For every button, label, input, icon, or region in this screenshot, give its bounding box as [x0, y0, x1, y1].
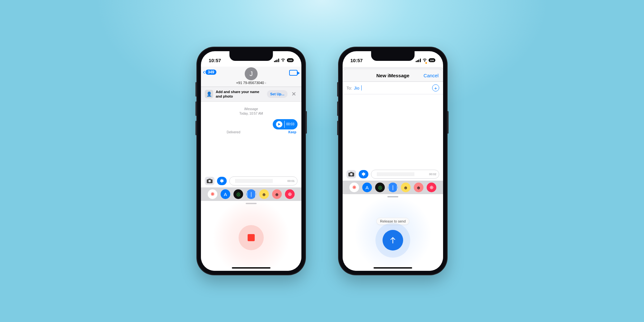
stop-record-button[interactable]: [239, 225, 264, 250]
recipient-chip[interactable]: Jio: [354, 86, 359, 90]
delivered-label: Delivered: [227, 130, 240, 134]
message-status-row: Delivered Keep: [205, 130, 298, 134]
cancel-button[interactable]: Cancel: [423, 73, 439, 78]
appstore-app-icon[interactable]: A: [362, 183, 372, 192]
imessage-apps-button[interactable]: [217, 177, 227, 185]
memoji-app-icon[interactable]: ☻: [401, 183, 411, 192]
microphone-active-indicator: [425, 62, 427, 64]
keep-button[interactable]: Keep: [289, 130, 296, 134]
chevron-left-icon: ‹: [203, 68, 205, 76]
thread-metadata: iMessage Today, 10:57 AM: [205, 107, 298, 116]
record-zone: [201, 204, 301, 271]
battery-icon: 100: [429, 58, 435, 62]
images-app-icon[interactable]: ⊕: [427, 183, 436, 192]
recording-duration: 00:01: [287, 179, 295, 183]
contact-card-icon: 👤: [205, 90, 213, 98]
status-icons: 100: [416, 58, 435, 63]
home-indicator[interactable]: [374, 267, 412, 269]
compose-row: 00:02: [343, 168, 443, 181]
status-icons: 100: [274, 58, 294, 63]
cellular-signal-icon: [416, 59, 421, 62]
message-thread[interactable]: iMessage Today, 10:57 AM 00:03 Delivered…: [201, 102, 301, 175]
wifi-icon: [280, 58, 286, 63]
back-button[interactable]: ‹ 349: [203, 68, 216, 76]
cellular-signal-icon: [274, 59, 279, 62]
recording-duration: 00:02: [429, 173, 436, 176]
phone-frame-left: 10:57 100 ‹ 349 J +91 79-85673040 👤 Add …: [196, 47, 306, 275]
release-hint: Release to send: [376, 218, 409, 225]
send-voice-button[interactable]: [383, 230, 403, 251]
name-photo-banner: 👤 Add and share your name and photo Set …: [201, 87, 301, 102]
status-time: 10:57: [350, 58, 363, 63]
fitness-app-icon[interactable]: ◎: [375, 183, 385, 192]
contact-name[interactable]: +91 79-85673040: [205, 81, 298, 85]
voice-duration: 00:03: [286, 122, 294, 126]
photos-app-icon[interactable]: ❋: [349, 183, 359, 192]
compose-header: New iMessage Cancel: [343, 69, 443, 82]
photos-app-icon[interactable]: ❋: [208, 189, 217, 199]
banner-close-button[interactable]: ✕: [290, 90, 298, 98]
voice-message-bubble[interactable]: 00:03: [273, 119, 298, 129]
imessage-apps-button[interactable]: [359, 170, 368, 178]
battery-icon: 100: [287, 58, 294, 62]
conversation-header: ‹ 349 J +91 79-85673040: [201, 67, 301, 87]
text-cursor-icon: [361, 85, 362, 90]
add-contact-button[interactable]: +: [432, 84, 439, 91]
to-label: To:: [346, 86, 352, 90]
images-app-icon[interactable]: ⊕: [285, 189, 295, 199]
animoji-app-icon[interactable]: ☻: [414, 183, 423, 192]
facetime-button[interactable]: [289, 70, 298, 76]
appstore-app-icon[interactable]: A: [221, 189, 230, 199]
audio-message-icon[interactable]: ❘❘❘: [388, 183, 398, 192]
notch: [230, 51, 273, 61]
recording-waveform-icon: [235, 179, 272, 183]
empty-thread: [343, 94, 443, 168]
camera-button[interactable]: [346, 170, 356, 178]
screen-right: 10:57 100 New iMessage Cancel To: Jio +: [343, 51, 443, 271]
play-icon[interactable]: [276, 121, 282, 128]
notch: [371, 51, 415, 61]
home-indicator[interactable]: [232, 267, 270, 269]
to-field-row[interactable]: To: Jio +: [343, 82, 443, 94]
send-zone: Release to send: [343, 197, 443, 271]
animoji-app-icon[interactable]: ☻: [272, 189, 282, 199]
compose-row: 00:01: [201, 175, 301, 187]
contact-avatar[interactable]: J: [245, 67, 258, 80]
phone-frame-right: 10:57 100 New iMessage Cancel To: Jio +: [338, 47, 448, 275]
compose-recording-pill[interactable]: 00:01: [229, 176, 298, 185]
banner-text: Add and share your name and photo: [216, 90, 264, 99]
status-time: 10:57: [209, 58, 221, 63]
camera-button[interactable]: [205, 177, 214, 185]
recording-waveform-icon: [377, 172, 414, 176]
arrow-up-icon: [389, 236, 397, 244]
unread-count-badge: 349: [205, 70, 216, 75]
setup-button[interactable]: Set Up...: [267, 90, 288, 98]
compose-recording-pill[interactable]: 00:02: [371, 170, 439, 179]
screen-left: 10:57 100 ‹ 349 J +91 79-85673040 👤 Add …: [201, 51, 301, 271]
